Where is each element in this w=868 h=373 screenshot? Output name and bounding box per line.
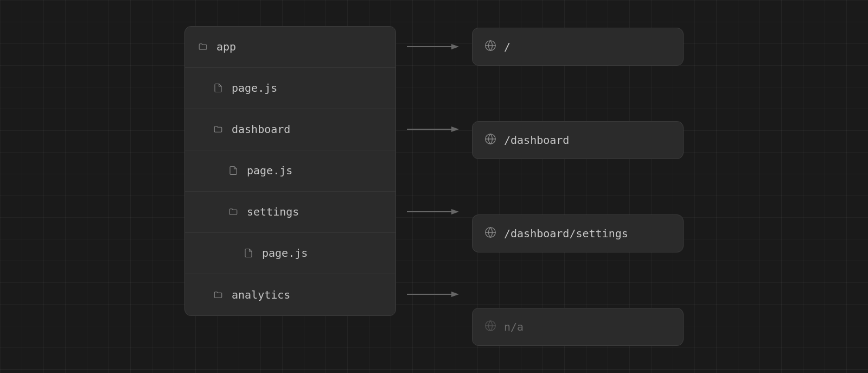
route-card-root: /	[472, 28, 684, 66]
file-icon-page1	[212, 82, 224, 94]
globe-icon-dashboard	[484, 133, 496, 147]
arrow-app	[396, 26, 472, 67]
tree-label-settings: settings	[247, 205, 299, 218]
route-spacer-settings: /dashboard/settings	[472, 213, 684, 254]
arrow-line-dashboard	[407, 125, 461, 134]
svg-marker-5	[451, 209, 459, 214]
arrow-analytics	[396, 274, 472, 315]
svg-marker-7	[451, 292, 459, 297]
globe-icon-root	[484, 40, 496, 54]
arrow-none-page2	[396, 150, 472, 191]
route-label-root: /	[504, 40, 510, 53]
route-card-settings: /dashboard/settings	[472, 214, 684, 252]
tree-label-page2: page.js	[247, 164, 292, 177]
tree-item-page3: page.js	[185, 233, 395, 274]
arrows-column	[396, 26, 472, 315]
arrow-line-analytics	[407, 290, 461, 299]
folder-icon-settings	[227, 206, 239, 218]
diagram: app page.js dashboard page.js	[184, 26, 684, 347]
tree-item-dashboard: dashboard	[185, 109, 395, 150]
folder-icon-analytics	[212, 289, 224, 301]
route-spacer-dashboard: /dashboard	[472, 119, 684, 161]
arrow-none-page3	[396, 232, 472, 274]
arrow-settings	[396, 191, 472, 232]
route-card-analytics: n/a	[472, 308, 684, 346]
svg-marker-1	[451, 44, 459, 49]
tree-item-app: app	[185, 27, 395, 68]
route-spacer-analytics: n/a	[472, 306, 684, 347]
globe-icon-settings	[484, 226, 496, 241]
route-label-dashboard: /dashboard	[504, 134, 569, 147]
routes-column: / /dashboard	[472, 26, 684, 347]
tree-label-page3: page.js	[262, 246, 308, 260]
tree-item-page1: page.js	[185, 68, 395, 109]
tree-label-app: app	[216, 40, 236, 53]
file-tree-panel: app page.js dashboard page.js	[184, 26, 396, 316]
route-label-settings: /dashboard/settings	[504, 227, 628, 240]
arrow-line-app	[407, 42, 461, 51]
route-spacer-blank3	[472, 260, 684, 301]
tree-label-analytics: analytics	[232, 288, 290, 301]
globe-icon-analytics	[484, 320, 496, 334]
file-icon-page2	[227, 165, 239, 176]
route-card-dashboard: /dashboard	[472, 121, 684, 159]
tree-label-dashboard: dashboard	[232, 123, 290, 136]
svg-marker-3	[451, 127, 459, 132]
tree-item-analytics: analytics	[185, 274, 395, 315]
tree-item-page2: page.js	[185, 150, 395, 192]
route-label-analytics: n/a	[504, 320, 524, 333]
folder-icon-app	[197, 41, 209, 53]
route-spacer-root: /	[472, 26, 684, 67]
arrow-none-page1	[396, 67, 472, 109]
tree-item-settings: settings	[185, 192, 395, 233]
route-spacer-blank1	[472, 73, 684, 114]
route-spacer-blank2	[472, 166, 684, 207]
file-icon-page3	[242, 247, 254, 259]
folder-icon-dashboard	[212, 123, 224, 135]
arrow-dashboard	[396, 109, 472, 150]
tree-label-page1: page.js	[232, 81, 277, 94]
arrow-line-settings	[407, 207, 461, 216]
